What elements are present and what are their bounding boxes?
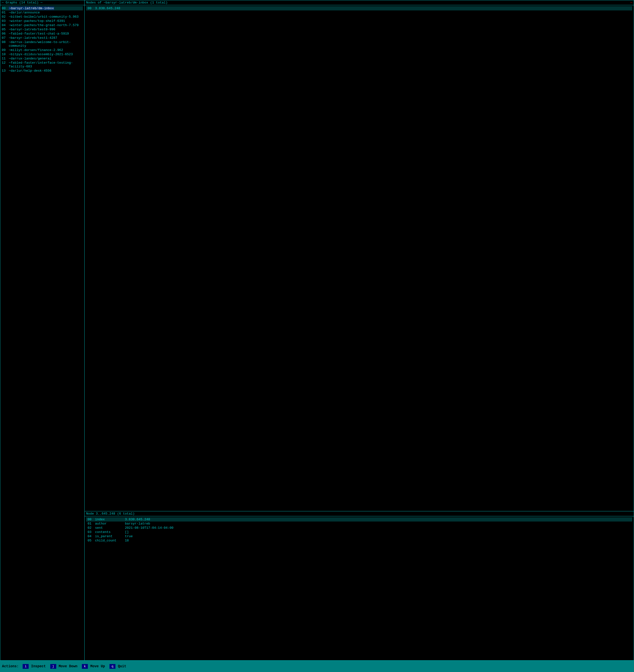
graph-item-name: ~fabled-faster/test-chat-a-5919	[9, 32, 69, 35]
graph-item-num: 00	[2, 6, 9, 10]
graph-item-name: ~fabled-faster/interface-testing-facilit…	[9, 61, 83, 68]
node-detail-item[interactable]: 04is_parenttrue	[86, 534, 632, 538]
graph-item-name: ~barsyr-latreb/test1-4287	[9, 36, 57, 40]
node-detail-key: contents	[95, 530, 125, 534]
node-detail-panel: Node 3..645.248 (6 total) 00index3.830.6…	[85, 511, 634, 661]
node-detail-item[interactable]: 05child_count18	[86, 538, 632, 543]
node-detail-value: barsyr-latreb	[125, 522, 150, 526]
graph-item-name: ~barsyr-latreb/dm-inbox	[9, 6, 54, 10]
node-detail-key: child_count	[95, 539, 125, 543]
graph-item[interactable]: 04~winter-paches/the-great-north-7.579	[2, 23, 83, 27]
action-label: Inspect	[29, 664, 48, 669]
node-detail-key: index	[95, 518, 125, 521]
top-row: — Graphs (14 total) — 00~barsyr-latreb/d…	[0, 0, 634, 661]
graphs-panel-title: — Graphs (14 total) —	[0, 0, 84, 5]
graph-item[interactable]: 03~winter-paches/top-shelf-6391	[2, 19, 83, 23]
graph-list: 00~barsyr-latreb/dm-inbox01~darlur/annou…	[2, 6, 83, 73]
graph-item[interactable]: 13~darlur/help-desk-4556	[2, 69, 83, 73]
graph-item-name: ~darlur/help-desk-4556	[9, 69, 51, 73]
node-detail-num: 00	[88, 518, 95, 521]
node-detail-num: 05	[88, 539, 95, 543]
graph-item-num: 02	[2, 15, 9, 19]
graph-item-num: 08	[2, 40, 9, 48]
node-detail-num: 01	[88, 522, 95, 526]
action-label: Quit	[115, 664, 129, 669]
graph-item-name: ~darrux-landes/general	[9, 57, 51, 61]
action-btn-quit[interactable]: qQuit	[110, 664, 128, 669]
node-detail-num: 03	[88, 530, 95, 534]
node-detail-num: 04	[88, 534, 95, 538]
graph-item-name: ~bitbet-bolbel/urbit-community-5.963	[9, 15, 79, 19]
graph-item-name: ~winter-paches/top-shelf-6391	[9, 19, 65, 23]
graph-item-num: 05	[2, 28, 9, 31]
graph-item[interactable]: 05~barsyr-latreb/test0-996	[2, 27, 83, 31]
graph-item-num: 11	[2, 57, 9, 61]
action-btn-move-up[interactable]: kMove Up	[82, 664, 108, 669]
node-detail-item[interactable]: 02sent2021-08-10T17:04:14-04:00	[86, 526, 632, 530]
action-buttons: iInspectjMove DownkMove UpqQuit	[23, 664, 130, 669]
graph-item-num: 03	[2, 19, 9, 23]
nodes-panel-content: 003.830.645.248	[85, 5, 634, 511]
node-item-num: 00	[88, 6, 95, 10]
graph-item-num: 13	[2, 69, 9, 73]
graphs-panel: — Graphs (14 total) — 00~barsyr-latreb/d…	[0, 0, 85, 661]
nodes-panel-title: Nodes of ~barsyr-latreb/dm-inbox (1 tota…	[86, 1, 168, 4]
node-detail-value: 2021-08-10T17:04:14-04:00	[125, 526, 173, 530]
action-key: q	[110, 664, 115, 669]
graph-item[interactable]: 09~millyt-dorsen/finance-2.962	[2, 48, 83, 52]
action-key: k	[82, 664, 88, 669]
node-item-value: 3.830.645.248	[95, 6, 120, 10]
node-detail-key: author	[95, 522, 125, 526]
action-key: i	[23, 664, 29, 669]
action-label: Move Up	[88, 664, 108, 669]
graph-item[interactable]: 06~fabled-faster/test-chat-a-5919	[2, 31, 83, 36]
graph-item-name: ~darrux-landes/welcome-to-urbit-communit…	[9, 40, 83, 48]
node-item[interactable]: 003.830.645.248	[86, 6, 632, 10]
node-detail-item[interactable]: 03contents[]	[86, 530, 632, 534]
graph-item-num: 09	[2, 48, 9, 52]
node-detail-value: 3.830.645.248	[125, 518, 150, 521]
graph-item-name: ~winter-paches/the-great-north-7.579	[9, 23, 79, 27]
node-detail-value: []	[125, 530, 129, 534]
action-btn-move-down[interactable]: jMove Down	[50, 664, 80, 669]
nodes-panel-close[interactable]: —	[630, 1, 632, 4]
actions-label: Actions:	[2, 664, 19, 668]
graph-item-num: 10	[2, 52, 9, 56]
graph-item-num: 06	[2, 32, 9, 35]
graph-item-num: 01	[2, 11, 9, 15]
graph-item-num: 04	[2, 23, 9, 27]
graph-item[interactable]: 00~barsyr-latreb/dm-inbox	[2, 6, 83, 10]
graph-item[interactable]: 07~barsyr-latreb/test1-4287	[2, 36, 83, 40]
action-label: Move Down	[56, 664, 80, 669]
node-detail-num: 02	[88, 526, 95, 530]
graph-item-name: ~barsyr-latreb/test0-996	[9, 28, 55, 31]
nodes-panel-header: Nodes of ~barsyr-latreb/dm-inbox (1 tota…	[85, 0, 634, 5]
node-detail-value: 18	[125, 539, 129, 543]
node-detail-item[interactable]: 00index3.830.645.248	[86, 517, 632, 522]
graph-item[interactable]: 01~darlur/announce	[2, 10, 83, 15]
graphs-panel-content: 00~barsyr-latreb/dm-inbox01~darlur/annou…	[0, 5, 84, 660]
nodes-panel: Nodes of ~barsyr-latreb/dm-inbox (1 tota…	[85, 0, 634, 511]
bottom-bar: Actions: iInspectjMove DownkMove UpqQuit	[0, 661, 634, 672]
graph-item-num: 12	[2, 61, 9, 68]
action-key: j	[50, 664, 56, 669]
graph-item[interactable]: 08~darrux-landes/welcome-to-urbit-commun…	[2, 40, 83, 48]
graph-item[interactable]: 02~bitbet-bolbel/urbit-community-5.963	[2, 15, 83, 19]
graph-item[interactable]: 10~bitpyx-dildus/assembly-2021-6523	[2, 52, 83, 56]
node-detail-key: is_parent	[95, 534, 125, 538]
graph-item-name: ~bitpyx-dildus/assembly-2021-6523	[9, 52, 73, 56]
graph-item-name: ~millyt-dorsen/finance-2.962	[9, 48, 63, 52]
node-detail-header: Node 3..645.248 (6 total)	[85, 511, 634, 516]
graph-item[interactable]: 12~fabled-faster/interface-testing-facil…	[2, 61, 83, 69]
graph-item-name: ~darlur/announce	[9, 11, 40, 15]
node-detail-key: sent	[95, 526, 125, 530]
node-detail-item[interactable]: 01authorbarsyr-latreb	[86, 522, 632, 526]
main-container: — Graphs (14 total) — 00~barsyr-latreb/d…	[0, 0, 634, 672]
graph-item-num: 07	[2, 36, 9, 40]
node-detail-content: 00index3.830.645.24801authorbarsyr-latre…	[85, 516, 634, 660]
node-detail-value: true	[125, 534, 133, 538]
graph-item[interactable]: 11~darrux-landes/general	[2, 56, 83, 61]
action-btn-inspect[interactable]: iInspect	[23, 664, 48, 669]
node-detail-title: Node 3..645.248 (6 total)	[86, 512, 135, 515]
right-column: Nodes of ~barsyr-latreb/dm-inbox (1 tota…	[85, 0, 634, 661]
